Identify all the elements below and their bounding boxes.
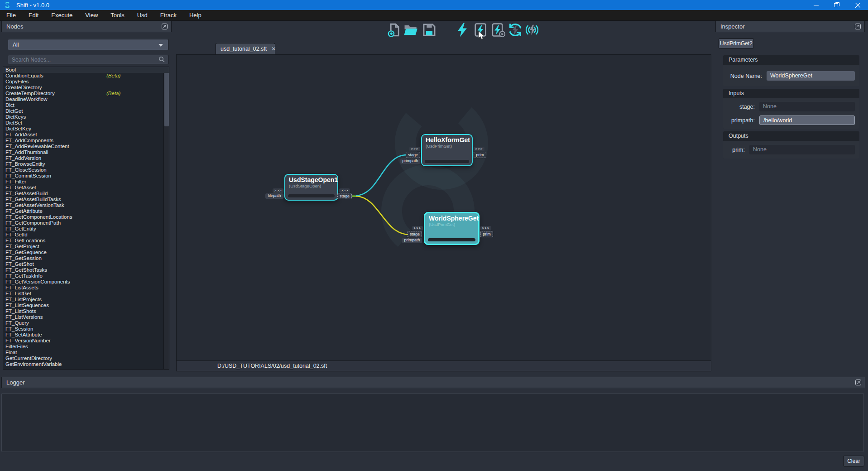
exec-in-port[interactable]: >>> <box>412 226 423 231</box>
list-item[interactable]: CopyFiles <box>3 79 169 85</box>
port-stage-input[interactable]: stage <box>406 152 420 158</box>
list-item[interactable]: CreateTempDirectory(Beta) <box>3 91 169 96</box>
list-item[interactable]: DeadlineWorkflow <box>3 96 169 102</box>
list-item[interactable]: FT_AddComponents <box>3 138 169 144</box>
exec-out-port[interactable]: >>> <box>474 147 484 151</box>
list-item[interactable]: FT_AddAsset <box>3 132 169 138</box>
list-item[interactable]: DictKeys <box>3 114 169 120</box>
list-item[interactable]: FT_ListShots <box>3 308 169 314</box>
list-item[interactable]: FT_ListVersions <box>3 314 169 320</box>
primpath-field[interactable]: /hello/world <box>759 115 855 125</box>
port-primpath-input[interactable]: primpath <box>400 159 420 164</box>
list-item[interactable]: FT_GetAsset <box>3 185 169 191</box>
restore-button[interactable] <box>826 0 847 10</box>
list-item[interactable]: FT_ListProjects <box>3 297 169 303</box>
list-item[interactable]: FT_ListGet <box>3 291 169 297</box>
menu-execute[interactable]: Execute <box>45 10 79 21</box>
list-item[interactable]: FT_SetAttribute <box>3 332 169 338</box>
list-item[interactable]: GetEnvironmentVariable <box>3 361 169 367</box>
refresh-execute-button[interactable] <box>507 22 523 38</box>
exec-out-port[interactable]: >>> <box>339 188 350 193</box>
menu-view[interactable]: View <box>79 10 104 21</box>
node-filter-dropdown[interactable]: All <box>8 39 168 50</box>
list-item[interactable]: FT_GetAssetBuild <box>3 191 169 197</box>
list-item[interactable]: FT_Session <box>3 326 169 332</box>
save-graph-button[interactable] <box>421 22 437 38</box>
port-stage-output[interactable]: stage <box>337 193 352 199</box>
open-graph-button[interactable] <box>403 22 419 38</box>
list-item[interactable]: FT_BrowseEntity <box>3 161 169 167</box>
exec-in-port[interactable]: >>> <box>409 147 420 151</box>
popout-icon[interactable] <box>855 24 861 29</box>
list-item[interactable]: ConditionEquals(Beta) <box>3 73 169 79</box>
inspector-node-tab[interactable]: UsdPrimGet2 <box>719 38 754 48</box>
list-item[interactable]: FT_GetEntity <box>3 226 169 232</box>
list-item[interactable]: FT_GetSession <box>3 255 169 261</box>
port-stage-input[interactable]: stage <box>408 231 422 237</box>
live-execute-button[interactable] <box>524 22 540 38</box>
inspector-header: Inspector <box>715 21 865 32</box>
list-item[interactable]: FT_AddThumbnail <box>3 149 169 155</box>
list-item[interactable]: FT_GetTaskInfo <box>3 273 169 279</box>
list-item[interactable]: FT_VersionNumber <box>3 338 169 344</box>
list-item[interactable]: DictSet <box>3 120 169 126</box>
port-prim-output[interactable]: prim <box>480 231 493 237</box>
graph-node-helloxformget[interactable]: HelloXformGet (UsdPrimGet) <box>421 134 473 166</box>
list-item[interactable]: DictGet <box>3 108 169 114</box>
port-filepath-input[interactable]: filepath <box>265 193 283 199</box>
list-item[interactable]: FT_CommitSession <box>3 173 169 179</box>
list-item[interactable]: CreateDirectory <box>3 85 169 91</box>
port-primpath-input[interactable]: primpath <box>402 238 422 243</box>
list-item[interactable]: FT_AddVersion <box>3 155 169 161</box>
menu-file[interactable]: File <box>0 10 22 21</box>
minimize-button[interactable] <box>806 0 826 10</box>
list-item[interactable]: FT_GetAssetVersionTask <box>3 202 169 208</box>
list-item[interactable]: FT_GetId <box>3 232 169 238</box>
tab-close-icon[interactable]: ✕ <box>271 46 276 52</box>
list-item[interactable]: FT_GetProject <box>3 244 169 250</box>
close-button[interactable] <box>847 0 868 10</box>
list-item[interactable]: Float <box>3 350 169 356</box>
list-item[interactable]: Dict <box>3 102 169 108</box>
logger-output[interactable] <box>1 393 864 452</box>
menu-tools[interactable]: Tools <box>104 10 130 21</box>
execute-button[interactable] <box>454 22 470 38</box>
list-item[interactable]: FT_GetAssetBuildTasks <box>3 197 169 202</box>
execute-to-node-button[interactable] <box>490 22 506 38</box>
list-item[interactable]: FT_GetComponentPath <box>3 220 169 226</box>
exec-in-port[interactable]: >>> <box>273 188 283 193</box>
list-item[interactable]: FT_ListSequences <box>3 303 169 308</box>
popout-icon[interactable] <box>855 380 861 385</box>
clear-log-button[interactable]: Clear <box>843 456 864 466</box>
new-graph-button[interactable] <box>386 22 403 38</box>
list-item[interactable]: FT_GetLocations <box>3 238 169 244</box>
exec-out-port[interactable]: >>> <box>480 226 491 231</box>
list-item[interactable]: FT_Query <box>3 320 169 326</box>
list-item[interactable]: Bool <box>3 67 169 73</box>
list-item[interactable]: FT_GetSequence <box>3 250 169 255</box>
search-input[interactable] <box>8 57 158 63</box>
list-item[interactable]: FT_GetAttribute <box>3 208 169 214</box>
list-item[interactable]: FT_GetShotTasks <box>3 267 169 273</box>
list-item[interactable]: DictSetKey <box>3 126 169 132</box>
list-item[interactable]: FilterFiles <box>3 344 169 350</box>
menu-help[interactable]: Help <box>183 10 208 21</box>
popout-icon[interactable] <box>162 24 168 29</box>
list-item[interactable]: FT_CloseSession <box>3 167 169 173</box>
list-item[interactable]: FT_GetVersionComponents <box>3 279 169 285</box>
menu-edit[interactable]: Edit <box>22 10 45 21</box>
graph-node-worldsphereget[interactable]: WorldSphereGet (UsdPrimGet) <box>424 212 480 245</box>
menu-usd[interactable]: Usd <box>131 10 154 21</box>
list-item[interactable]: GetCurrentDirectory <box>3 356 169 361</box>
menu-ftrack[interactable]: Ftrack <box>154 10 183 21</box>
graph-node-usdstageopen1[interactable]: UsdStageOpen1 (UsdStageOpen) <box>284 174 338 201</box>
graph-tab[interactable]: usd_tutorial_02.sft ✕ <box>216 43 275 54</box>
list-item[interactable]: FT_GetComponentLocations <box>3 214 169 220</box>
list-item[interactable]: FT_AddReviewableContent <box>3 144 169 149</box>
list-item[interactable]: FT_GetShot <box>3 261 169 267</box>
port-prim-output[interactable]: prim <box>474 152 486 158</box>
node-graph-canvas[interactable]: UsdStageOpen1 (UsdStageOpen) >>> filepat… <box>176 54 711 361</box>
list-item[interactable]: FT_ListAssets <box>3 285 169 291</box>
node-name-field[interactable]: WorldSphereGet <box>767 71 855 81</box>
list-item[interactable]: FT_Filter <box>3 179 169 185</box>
